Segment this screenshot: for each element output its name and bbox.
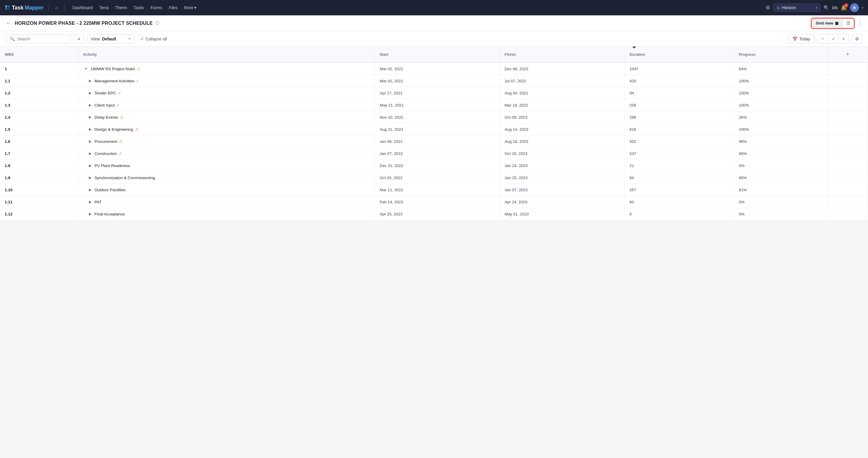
- table-body: 1▼190MW RS Project Nokh⚠Mar 02, 2021Dec …: [0, 63, 868, 220]
- cell-add: [828, 99, 868, 111]
- notifications-button[interactable]: 🔔 1: [841, 4, 847, 11]
- notification-badge: 1: [844, 3, 848, 7]
- cell-finish: Dec 06, 2023: [500, 63, 625, 75]
- cell-start: May 21, 2021: [375, 99, 500, 111]
- avatar[interactable]: R: [850, 3, 859, 12]
- cell-finish: Jan 24, 2023: [500, 160, 625, 172]
- cell-add: [828, 160, 868, 172]
- cell-duration: 502: [625, 135, 734, 148]
- activity-name: Tender EPC: [94, 91, 116, 95]
- nav-forms[interactable]: Forms: [148, 4, 165, 12]
- warning-icon: ⚠: [119, 151, 123, 156]
- header-more-button[interactable]: ⋮: [857, 20, 862, 27]
- list-view-button[interactable]: ☰: [843, 19, 854, 28]
- cell-finish: Aug 14, 2023: [500, 123, 625, 135]
- table-row: 1.1▶Management Activities✓Mar 02, 2021Ju…: [0, 75, 868, 87]
- expand-arrow-icon[interactable]: ▶: [88, 151, 93, 156]
- expand-arrow-icon[interactable]: ▶: [88, 187, 93, 192]
- cell-progress: 0%: [734, 196, 828, 208]
- cell-progress: 100%: [734, 99, 828, 111]
- workspace-selector[interactable]: ◎ Horizon ▾: [773, 4, 820, 12]
- cell-add: [828, 75, 868, 87]
- cell-finish: Aug 18, 2023: [500, 135, 625, 148]
- expand-arrow-icon[interactable]: ▶: [88, 199, 93, 204]
- cell-progress: 89%: [734, 148, 828, 160]
- expand-arrow-icon[interactable]: ▶: [88, 90, 93, 96]
- cell-add: [828, 208, 868, 220]
- expand-arrow-icon[interactable]: ▼: [83, 66, 89, 71]
- expand-arrow-icon[interactable]: ▶: [88, 163, 93, 168]
- cell-start: Nov 10, 2022: [375, 111, 500, 123]
- cell-activity: ▶Delay Events⚠: [78, 111, 375, 123]
- cell-activity: ▶Management Activities✓: [78, 75, 375, 87]
- grid-view-icon: ▦: [835, 21, 838, 25]
- warning-icon: ⚠: [120, 115, 124, 120]
- table-row: 1.10▶Outdoor FacilitiesMar 11, 2022Jan 0…: [0, 184, 868, 196]
- expand-arrow-icon[interactable]: ▶: [88, 175, 93, 180]
- calendar-icon: 📅: [793, 37, 798, 41]
- view-selector[interactable]: View: Default ▾: [87, 35, 134, 43]
- nav-therm[interactable]: Therm: [112, 4, 130, 12]
- cell-start: Mar 02, 2021: [375, 63, 500, 75]
- activity-name: Construction: [94, 152, 117, 156]
- cell-wbs: 1.1: [0, 75, 78, 87]
- cell-duration: 6: [625, 208, 734, 220]
- today-button[interactable]: 📅 Today: [788, 35, 814, 43]
- activity-name: PAT: [94, 200, 101, 204]
- top-nav: TaskMapper ⌂ Dashboard Terra Therm Tasks…: [0, 0, 868, 15]
- search-input[interactable]: [17, 37, 67, 41]
- nav-dashboard[interactable]: Dashboard: [69, 4, 96, 12]
- table-settings-button[interactable]: ⚙: [852, 34, 862, 44]
- cell-activity: ▶PV Plant Readiness: [78, 160, 375, 172]
- cell-add: [828, 123, 868, 135]
- back-button[interactable]: ←: [6, 20, 11, 26]
- col-header-duration[interactable]: Duration Duration: [625, 46, 734, 63]
- app-logo[interactable]: TaskMapper: [5, 5, 44, 11]
- settings-icon[interactable]: ⚙: [766, 4, 770, 11]
- search-icon[interactable]: 🔍: [824, 5, 829, 11]
- nav-more[interactable]: More ▾: [181, 4, 199, 12]
- cell-progress: 0%: [734, 208, 828, 220]
- svg-rect-0: [5, 6, 7, 7]
- add-column-button[interactable]: +: [845, 50, 850, 59]
- cell-duration: 258: [625, 99, 734, 111]
- language-selector[interactable]: EN: [832, 6, 838, 10]
- zoom-in-button[interactable]: +: [839, 34, 848, 44]
- cell-add: [828, 87, 868, 99]
- search-box: 🔍: [6, 35, 71, 43]
- cell-add: [828, 63, 868, 75]
- table-row: 1.7▶Construction⚠Jan 27, 2022Oct 18, 202…: [0, 148, 868, 160]
- cell-start: Apr 25, 2023: [375, 208, 500, 220]
- grid-view-button[interactable]: Grid view ▦: [812, 19, 843, 27]
- expand-arrow-icon[interactable]: ▶: [88, 139, 93, 144]
- expand-arrow-icon[interactable]: ▶: [88, 115, 93, 120]
- cell-activity: ▶Construction⚠: [78, 148, 375, 160]
- home-button[interactable]: ⌂: [54, 4, 60, 11]
- cell-add: [828, 148, 868, 160]
- toolbar: 🔍 ≡ View: Default ▾ ⤢ Collapse all 📅 Tod…: [0, 31, 868, 46]
- avatar-arrow-icon[interactable]: ▾: [862, 6, 863, 9]
- workspace-arrow-icon: ▾: [816, 6, 817, 9]
- expand-arrow-icon[interactable]: ▶: [88, 78, 93, 84]
- list-view-icon: ☰: [846, 21, 850, 26]
- col-header-wbs: WBS: [0, 46, 78, 63]
- expand-arrow-icon[interactable]: ▶: [88, 211, 93, 217]
- expand-arrow-icon[interactable]: ▶: [88, 127, 93, 132]
- table-row: 1.12▶Final AcceptanceApr 25, 2023May 01,…: [0, 208, 868, 220]
- activity-name: Delay Events: [94, 115, 118, 120]
- cell-finish: Mar 18, 2022: [500, 99, 625, 111]
- expand-arrow-icon[interactable]: ▶: [88, 102, 93, 108]
- nav-divider-2: [64, 4, 65, 11]
- nav-files[interactable]: Files: [166, 4, 181, 12]
- cell-add: [828, 111, 868, 123]
- col-header-add: +: [828, 46, 868, 63]
- zoom-out-button[interactable]: −: [818, 34, 828, 44]
- filter-button[interactable]: ≡: [74, 34, 84, 44]
- page-info-icon[interactable]: ⓘ: [155, 20, 159, 26]
- cell-add: [828, 184, 868, 196]
- zoom-expand-button[interactable]: ⤢: [828, 35, 839, 43]
- nav-terra[interactable]: Terra: [96, 4, 112, 12]
- cell-wbs: 1.12: [0, 208, 78, 220]
- collapse-all-button[interactable]: ⤢ Collapse all: [137, 35, 170, 43]
- nav-tasks[interactable]: Tasks: [130, 4, 147, 12]
